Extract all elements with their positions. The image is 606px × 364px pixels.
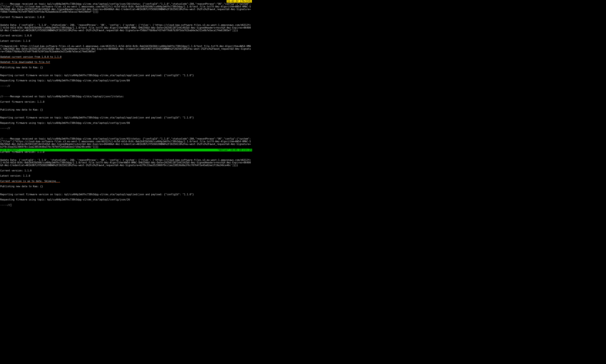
tmux-status-bar: [2] 0:[tmux]* "dellux" 16:45 18-січ-25 xyxy=(0,149,252,151)
log-line: Current firmware version: 1.0.0 xyxy=(0,16,252,19)
tmux-session-info: [2] 0:[tmux]* xyxy=(0,149,19,151)
log-line: Requesting firmware using topic: kp1/cu4… xyxy=(0,198,252,201)
log-line: Requesting firmware using topic: kp1/cu4… xyxy=(0,122,252,124)
log-line: Current version: 1.0.0 xyxy=(0,34,252,37)
tmux-host-clock: "dellux" 16:45 18-січ-25 xyxy=(218,149,252,151)
log-line: Latest version: 1.1.0 xyxy=(0,40,252,42)
highlighted-log-line: Updated file downloaded to file.txt xyxy=(0,61,252,64)
log-line: //-----Message received on topic kp1/cu4… xyxy=(0,138,252,148)
log-line: Current firmware version: 1.1.0 xyxy=(0,101,252,103)
log-line: Update Data: {'configId': '1.1.0', 'stat… xyxy=(0,24,252,32)
log-line: Publishing new data to Kaa: {} xyxy=(0,66,252,69)
log-line: Reporting current firmware version on to… xyxy=(0,117,252,119)
terminal-screen: 16:42:32 [76/218] //-----Message receive… xyxy=(0,0,252,151)
log-line: -----// xyxy=(0,204,252,206)
log-line: -----// xyxy=(0,85,252,87)
terminal-cursor xyxy=(10,204,12,206)
log-line: Requesting firmware using topic: kp1/cu4… xyxy=(0,79,252,82)
log-line: Reporting current firmware version on to… xyxy=(0,74,252,77)
log-line: Publishing new data to Kaa: {} xyxy=(0,108,252,111)
log-line: Update Data: {'configId': '1.1.0', 'stat… xyxy=(0,159,252,167)
log-line: Latest version: 1.1.0 xyxy=(0,175,252,177)
log-line: Publishing new data to Kaa: {} xyxy=(0,185,252,188)
log-line: Current version: 1.1.0 xyxy=(0,169,252,172)
highlighted-log-line: Current version is up to date. Skipping.… xyxy=(0,180,252,182)
log-line: Reporting current firmware version on to… xyxy=(0,193,252,196)
highlighted-log-line: Updated current version from 1.0.0 to 1.… xyxy=(0,55,252,58)
log-line: //-----Message received on topic kp1/cu4… xyxy=(0,95,252,98)
log-line: firmwareLink: https://cloud-kaa-software… xyxy=(0,45,252,53)
log-line: -----// xyxy=(0,127,252,130)
terminal-output[interactable]: //-----Message received on topic kp1/cu4… xyxy=(0,0,252,151)
log-line: //-----Message received on topic kp1/cu4… xyxy=(0,3,252,13)
